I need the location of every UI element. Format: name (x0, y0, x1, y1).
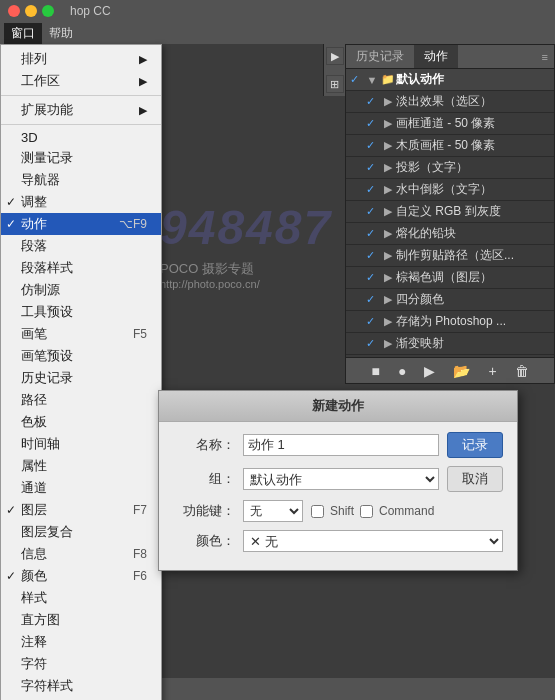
shift-label: Shift (330, 504, 354, 518)
function-label: 功能键： (173, 502, 235, 520)
menu-item-3d[interactable]: 3D (1, 128, 161, 147)
shift-checkbox[interactable] (311, 505, 324, 518)
item-check: ✓ (366, 95, 380, 108)
dialog-body: 名称： 记录 组： 默认动作 取消 功能键： 无 Shift Command (159, 422, 517, 570)
menu-item-paragraph[interactable]: 段落 (1, 235, 161, 257)
menu-item-adjust[interactable]: ✓ 调整 (1, 191, 161, 213)
menu-item-info[interactable]: 信息 F8 (1, 543, 161, 565)
record-btn[interactable]: ● (393, 361, 411, 381)
new-action-btn[interactable]: + (483, 361, 501, 381)
item-icon: ▶ (380, 337, 396, 350)
tab-history[interactable]: 历史记录 (346, 45, 414, 68)
actions-folder[interactable]: ✓ ▼ 📁 默认动作 (346, 69, 554, 91)
action-item-4[interactable]: ✓ ▶ 水中倒影（文字） (346, 179, 554, 201)
menu-item-color[interactable]: ✓ 颜色 F6 (1, 565, 161, 587)
tab-history-label: 历史记录 (356, 48, 404, 65)
action-item-8[interactable]: ✓ ▶ 棕褐色调（图层） (346, 267, 554, 289)
group-select[interactable]: 默认动作 (243, 468, 439, 490)
item-label: 渐变映射 (396, 335, 550, 352)
name-input[interactable] (243, 434, 439, 456)
item-icon: ▶ (380, 227, 396, 240)
action-item-7[interactable]: ✓ ▶ 制作剪贴路径（选区... (346, 245, 554, 267)
menu-item-paragraph-style[interactable]: 段落样式 (1, 257, 161, 279)
tab-actions[interactable]: 动作 (414, 45, 458, 68)
menu-item-channels[interactable]: 通道 (1, 477, 161, 499)
menu-item-layer-comps[interactable]: 图层复合 (1, 521, 161, 543)
menu-item-layers[interactable]: ✓ 图层 F7 (1, 499, 161, 521)
action-item-1[interactable]: ✓ ▶ 画框通道 - 50 像素 (346, 113, 554, 135)
menu-item-arrange[interactable]: 排列 ▶ (1, 48, 161, 70)
action-item-2[interactable]: ✓ ▶ 木质画框 - 50 像素 (346, 135, 554, 157)
action-item-5[interactable]: ✓ ▶ 自定义 RGB 到灰度 (346, 201, 554, 223)
menu-item-character-styles[interactable]: 字符样式 (1, 675, 161, 697)
menu-help[interactable]: 帮助 (42, 23, 80, 44)
new-action-dialog: 新建动作 名称： 记录 组： 默认动作 取消 功能键： 无 Shift (158, 390, 518, 571)
menu-item-measure[interactable]: 测量记录 (1, 147, 161, 169)
menu-item-timeline[interactable]: 时间轴 (1, 433, 161, 455)
cancel-button[interactable]: 取消 (447, 466, 503, 492)
menu-item-label: 工作区 (21, 72, 60, 90)
modifier-checkboxes: Shift Command (311, 504, 434, 518)
check-icon: ✓ (6, 217, 16, 231)
play-btn[interactable]: ▶ (419, 361, 440, 381)
item-check: ✓ (366, 271, 380, 284)
menu-window[interactable]: 窗口 (4, 23, 42, 44)
menu-item-navigator[interactable]: 导航器 (1, 169, 161, 191)
dropdown-section-2: 扩展功能 ▶ (1, 96, 161, 125)
panel-menu-icon[interactable]: ≡ (542, 51, 554, 63)
action-item-11[interactable]: ✓ ▶ 渐变映射 (346, 333, 554, 355)
color-select[interactable]: ✕ 无 (243, 530, 503, 552)
menu-item-brush[interactable]: 画笔 F5 (1, 323, 161, 345)
item-label: 熔化的铅块 (396, 225, 550, 242)
close-button[interactable] (8, 5, 20, 17)
item-label: 木质画框 - 50 像素 (396, 137, 550, 154)
maximize-button[interactable] (42, 5, 54, 17)
dialog-color-row: 颜色： ✕ 无 (173, 530, 503, 552)
actions-panel: 历史记录 动作 ≡ ✓ ▼ 📁 默认动作 ✓ ▶ 淡出效果（选区） ✓ ▶ 画框… (345, 44, 555, 384)
arrow-icon: ▶ (139, 104, 147, 117)
watermark-brand: POCO 摄影专题 (160, 260, 254, 278)
arrow-icon: ▶ (139, 75, 147, 88)
record-button[interactable]: 记录 (447, 432, 503, 458)
action-item-9[interactable]: ✓ ▶ 四分颜色 (346, 289, 554, 311)
command-checkbox[interactable] (360, 505, 373, 518)
item-icon: ▶ (380, 205, 396, 218)
watermark-url: http://photo.poco.cn/ (160, 278, 260, 290)
menu-item-label: 排列 (21, 50, 47, 68)
item-label: 自定义 RGB 到灰度 (396, 203, 550, 220)
item-icon: ▶ (380, 139, 396, 152)
minimize-button[interactable] (25, 5, 37, 17)
menu-item-paths[interactable]: 路径 (1, 389, 161, 411)
item-label: 制作剪贴路径（选区... (396, 247, 550, 264)
delete-btn[interactable]: 🗑 (510, 361, 534, 381)
stop-btn[interactable]: ■ (366, 361, 384, 381)
action-item-6[interactable]: ✓ ▶ 熔化的铅块 (346, 223, 554, 245)
menu-item-extensions[interactable]: 扩展功能 ▶ (1, 99, 161, 121)
menu-item-styles[interactable]: 样式 (1, 587, 161, 609)
menu-item-actions[interactable]: ✓ 动作 ⌥F9 (1, 213, 161, 235)
side-btn-1[interactable]: ▶ (326, 47, 344, 65)
new-set-btn[interactable]: 📂 (448, 361, 475, 381)
dialog-group-row: 组： 默认动作 取消 (173, 466, 503, 492)
action-item-0[interactable]: ✓ ▶ 淡出效果（选区） (346, 91, 554, 113)
item-icon: ▶ (380, 161, 396, 174)
menu-item-histogram[interactable]: 直方图 (1, 609, 161, 631)
menu-item-properties[interactable]: 属性 (1, 455, 161, 477)
side-btn-2[interactable]: ⊞ (326, 75, 344, 93)
menu-item-character[interactable]: 字符 (1, 653, 161, 675)
menu-item-history[interactable]: 历史记录 (1, 367, 161, 389)
menu-item-brush-presets[interactable]: 画笔预设 (1, 345, 161, 367)
panel-footer: ■ ● ▶ 📂 + 🗑 (346, 357, 554, 383)
dropdown-section-3: 3D 测量记录 导航器 ✓ 调整 ✓ 动作 ⌥F9 段落 段落样式 仿制源 工具… (1, 125, 161, 700)
function-select[interactable]: 无 (243, 500, 303, 522)
check-icon: ✓ (6, 195, 16, 209)
menu-item-notes[interactable]: 注释 (1, 631, 161, 653)
menu-item-workspace[interactable]: 工作区 ▶ (1, 70, 161, 92)
color-label: 颜色： (173, 532, 235, 550)
action-item-10[interactable]: ✓ ▶ 存储为 Photoshop ... (346, 311, 554, 333)
item-icon: ▶ (380, 183, 396, 196)
menu-item-tool-presets[interactable]: 工具预设 (1, 301, 161, 323)
menu-item-clone-source[interactable]: 仿制源 (1, 279, 161, 301)
menu-item-swatches[interactable]: 色板 (1, 411, 161, 433)
action-item-3[interactable]: ✓ ▶ 投影（文字） (346, 157, 554, 179)
